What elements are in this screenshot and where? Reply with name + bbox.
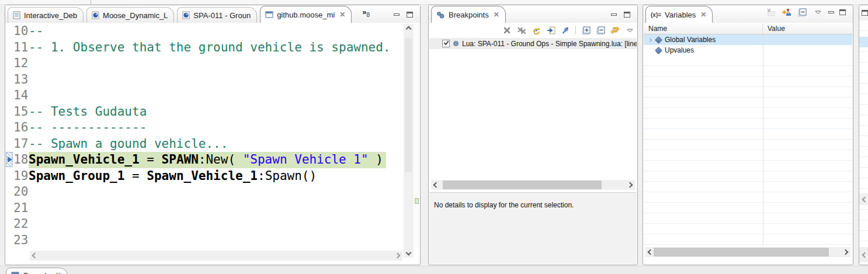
editor-window-buttons [394,12,418,23]
minimize-icon[interactable] [828,11,834,13]
code-line: 20 [5,184,402,200]
tab-github-moose[interactable]: github.moose_mi ✕ [260,6,352,23]
instruction-pointer-marker[interactable] [6,152,13,167]
code-line: 10-- [5,23,402,40]
tab-breakpoints[interactable]: Breakpoints ✕ [431,6,506,23]
overview-ruler[interactable] [414,24,419,248]
tree-row-label: Upvalues [665,46,694,54]
code-text: -- Spawn a gound vehicle... [29,136,228,152]
maximize-icon[interactable] [407,12,413,18]
tab-interactive-debug[interactable]: Interactive_Deb [8,7,84,23]
minimize-icon[interactable] [394,13,400,16]
code-line: 23 [5,233,402,249]
maximize-icon[interactable] [839,9,846,15]
breakpoints-list[interactable]: Lua: SPA-011 - Ground Ops - Simple Spawn… [429,38,637,178]
line-number: 15 [13,104,29,120]
breakpoints-tabbar: Breakpoints ✕ [429,5,637,23]
scroll-down-button[interactable] [404,248,414,258]
line-number: 10 [13,23,29,40]
show-logical-structure-icon[interactable] [781,7,791,18]
tab-variables[interactable]: (x)= Variables ✕ [645,6,713,23]
editor-panel: Interactive_Deb Moose_Dynamic_L SPA-011 … [5,5,421,265]
remove-all-breakpoints-icon[interactable] [516,25,527,36]
scroll-left-button[interactable] [30,251,40,261]
editor-horizontal-scrollbar[interactable] [30,251,402,261]
skip-all-breakpoints-icon[interactable] [560,25,571,36]
lua-file-icon [92,11,99,19]
link-with-debug-view-icon[interactable] [610,25,620,36]
tree-row-label: Global Variables [665,36,716,44]
show-supported-breakpoints-icon[interactable] [531,25,541,36]
tab-overflow-indicator[interactable]: »8 [362,8,370,23]
variables-toolbar-and-buttons [765,7,850,23]
scroll-right-button[interactable] [393,251,402,261]
code-text: -- ------------- [29,120,147,136]
column-header-name[interactable]: Name [644,23,763,34]
column-header-value[interactable]: Value [763,23,852,34]
scroll-right-button[interactable] [625,180,635,190]
column-divider[interactable] [763,34,763,246]
scrollbar-thumb[interactable] [654,248,829,256]
close-icon[interactable]: ✕ [339,11,345,19]
code-line: 16-- ------------- [5,120,402,136]
collapse-all-icon[interactable] [797,7,807,18]
remove-breakpoint-icon[interactable] [502,25,512,36]
scroll-left-button[interactable] [431,180,441,190]
toolbar-separator [575,26,576,34]
line-number: 13 [13,72,29,88]
variable-group-icon [655,47,662,54]
code-text: Spawn_Group_1 [29,168,124,185]
expand-all-icon[interactable] [581,25,591,36]
code-text: = [140,152,162,167]
window-icon [265,11,273,18]
close-icon[interactable]: ✕ [494,11,499,19]
breakpoint-checkbox[interactable] [442,40,450,47]
maximize-icon[interactable] [862,10,868,16]
close-icon[interactable]: ✕ [700,11,706,19]
code-line: 14 [5,88,402,104]
variables-horizontal-scrollbar[interactable] [645,247,850,257]
breakpoints-horizontal-scrollbar[interactable] [431,180,635,190]
view-menu-icon[interactable] [813,7,823,18]
tab-moose-dynamic[interactable]: Moose_Dynamic_L [86,7,174,23]
console-icon [11,272,19,274]
close-icon[interactable]: ✕ [55,271,61,274]
code-text: : [258,168,265,185]
breakpoints-toolbar [502,24,635,37]
scroll-up-button[interactable] [404,24,414,34]
editor-vertical-scrollbar[interactable] [404,24,414,258]
variables-tree[interactable]: Global Variables Upvalues [644,34,852,246]
breakpoint-row[interactable]: Lua: SPA-011 - Ground Ops - Simple Spawn… [429,38,637,49]
view-menu-icon[interactable] [624,25,635,36]
line-number: 21 [13,200,29,217]
tab-label: github.moose_mi [277,11,335,19]
scroll-left-button[interactable] [859,193,868,205]
current-line-overview-marker[interactable] [415,198,419,204]
scroll-left-button[interactable] [859,247,868,262]
tree-row-upvalues[interactable]: Upvalues [644,45,852,56]
code-text: -- Tests Gudauta [29,104,147,120]
editor-tabbar: Interactive_Deb Moose_Dynamic_L SPA-011 … [5,5,420,23]
breakpoints-icon [436,11,445,19]
scroll-right-button[interactable] [841,247,850,257]
variables-footer-strip [644,258,852,264]
code-line: 13 [5,72,402,88]
code-text: ) [369,152,383,167]
code-line: 19Spawn_Group_1 = Spawn_Vehicle_1:Spawn(… [5,168,402,185]
chevron-placeholder [648,48,652,52]
code-text: Spawn_Vehicle_1 [147,168,258,185]
collapse-all-icon[interactable] [595,25,606,36]
scrollbar-thumb[interactable] [405,38,412,172]
code-line: 12 [5,56,402,72]
script-file-icon [13,11,20,19]
code-editor-area[interactable]: 10-- 11-- 1. Observe that the ground veh… [5,23,402,249]
tree-row-global-variables[interactable]: Global Variables [644,34,852,45]
line-number: 19 [13,168,29,185]
tab-console[interactable]: Console ✕ [6,268,68,274]
chevron-right-icon[interactable] [648,37,652,41]
goto-file-for-breakpoint-icon[interactable] [546,25,556,36]
maximize-icon[interactable] [624,12,630,18]
minimize-icon[interactable] [611,13,617,16]
scrollbar-thumb[interactable] [443,181,602,189]
tab-spa-011[interactable]: SPA-011 - Groun [177,7,257,23]
